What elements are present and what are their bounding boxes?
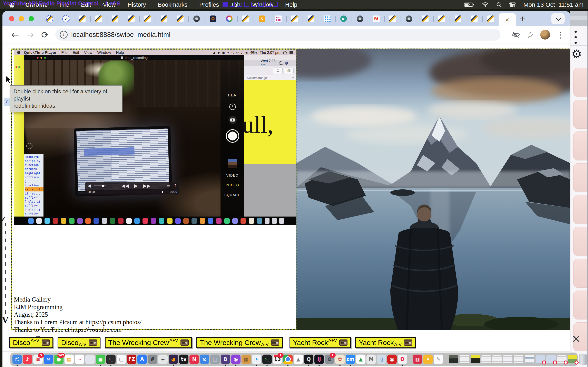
dock-app-icon[interactable]: B (221, 355, 230, 364)
video-player-controls[interactable]: ◀ ◀◀ ▶ ▶▶ ▭ ↥ 00:00 -00:00 (85, 182, 180, 194)
address-bar[interactable]: i localhost:8888/swipe_media.html (55, 29, 501, 41)
close-icon[interactable]: × (572, 333, 580, 345)
dock-app-icon[interactable] (85, 355, 95, 364)
playlist-button-the-wrecking-crew-a+v[interactable]: The Wrecking CrewA+V (105, 337, 192, 348)
tab[interactable] (107, 11, 123, 26)
tab[interactable] (385, 11, 401, 26)
tab[interactable] (221, 11, 237, 26)
pink-card[interactable] (573, 100, 588, 129)
tab[interactable] (303, 11, 319, 26)
playlist-button-disco-a-v[interactable]: DiscoA-V (58, 337, 100, 348)
dock-app-icon[interactable]: N (190, 355, 199, 364)
dock-app-icon[interactable]: IJ (314, 355, 324, 364)
share-button[interactable]: ↥ (273, 67, 283, 74)
dock-app-icon[interactable]: O (398, 355, 407, 364)
menu-item-bookmarks[interactable]: Bookmarks (158, 1, 187, 8)
tab[interactable] (74, 11, 90, 26)
active-tab-close-button[interactable]: × (499, 13, 516, 26)
dock-app-icon[interactable]: # (148, 355, 157, 364)
dock-app-icon[interactable]: A (138, 355, 147, 364)
progress-bar[interactable] (97, 192, 167, 192)
rewind-button[interactable]: ◀◀ (122, 183, 129, 188)
dock-minimized-window[interactable] (568, 355, 578, 364)
tab[interactable] (319, 11, 335, 26)
preview-eye-icon[interactable] (511, 31, 520, 38)
dock-minimized-window[interactable] (546, 355, 556, 364)
close-window-button[interactable] (9, 16, 14, 21)
last-photo-thumbnail[interactable] (221, 159, 244, 168)
flip-camera-icon[interactable] (221, 116, 244, 124)
dock-app-icon[interactable]: ◉ (387, 355, 397, 364)
dock-app-icon[interactable]: ▲ (294, 355, 303, 364)
pink-card[interactable] (573, 259, 588, 288)
tab[interactable] (401, 11, 417, 26)
dock-app-icon[interactable]: ⚙1 (325, 355, 334, 364)
tabs-button[interactable]: ▥ (284, 67, 294, 74)
share-icon[interactable]: ↥ (173, 183, 177, 188)
tab[interactable]: S (254, 11, 270, 26)
tab[interactable]: O (205, 11, 221, 26)
airplay-icon[interactable]: ▭ (167, 183, 171, 188)
playlist-button-the-wrecking-crew-a-v[interactable]: The Wrecking CrewA-V (196, 337, 283, 348)
dock-app-icon[interactable]: ▥ (413, 355, 422, 364)
reload-button[interactable]: ⟳ (41, 30, 49, 40)
dock-app-icon[interactable]: Q (304, 355, 313, 364)
dock-app-icon[interactable]: ●207 (54, 355, 63, 364)
dock-app-icon[interactable]: ✿ (335, 355, 345, 364)
tab[interactable] (156, 11, 172, 26)
tab-search-button[interactable] (551, 13, 565, 24)
dock-app-icon[interactable]: ☺ (12, 355, 22, 364)
forward-button[interactable]: → (26, 30, 34, 40)
dock-app-icon[interactable]: ▲ (356, 355, 365, 364)
dock-minimized-window[interactable] (470, 355, 480, 364)
dock-app-icon[interactable]: ◕ (169, 355, 178, 364)
dock-app-icon[interactable]: ▯ (377, 355, 386, 364)
playlist-button-yacht-rock-a+v[interactable]: Yacht RockA+V (290, 337, 351, 348)
fast-forward-button[interactable]: ▶▶ (143, 183, 150, 188)
dock-app-icon[interactable]: ▦ (242, 355, 251, 364)
dock-app-icon[interactable]: ▤ (65, 355, 74, 364)
dock-minimized-window[interactable] (449, 355, 458, 364)
dock-app-icon[interactable]: ≡3 (33, 355, 43, 364)
minimize-window-button[interactable] (19, 16, 24, 21)
dock-app-icon[interactable]: ›_ (106, 355, 116, 364)
dock-app-icon[interactable]: ~ (75, 355, 84, 364)
tab[interactable]: britbox (270, 11, 286, 26)
dock-app-icon[interactable]: 131 (273, 355, 282, 364)
camera-mode-square[interactable]: SQUARE (224, 193, 241, 197)
dock-app-icon[interactable]: ▣ (96, 355, 105, 364)
new-tab-plus[interactable]: + (292, 76, 294, 80)
playlist-button-yacht-rock-a-v[interactable]: Yacht RockA-V (355, 337, 416, 348)
profile-avatar[interactable] (540, 30, 550, 40)
tab[interactable] (352, 11, 368, 26)
tab[interactable] (434, 11, 450, 26)
dock-app-icon[interactable]: ▢ (210, 355, 220, 364)
pink-card[interactable] (573, 132, 588, 160)
pink-card[interactable] (573, 68, 588, 97)
tab[interactable] (91, 11, 107, 26)
tab[interactable] (189, 11, 205, 26)
control-center-icon[interactable] (509, 2, 516, 7)
address-field[interactable]: tColor='orange'; + (244, 75, 296, 80)
url-text[interactable]: localhost:8888/swipe_media.html (71, 31, 171, 39)
tab[interactable] (417, 11, 433, 26)
volume-icon[interactable]: ◀ (87, 183, 91, 188)
chrome-menu-icon[interactable]: ⋮ (556, 30, 565, 40)
battery-icon[interactable] (464, 2, 474, 7)
dock-app-icon[interactable]: ›_ (262, 355, 272, 364)
trash-icon[interactable] (579, 354, 588, 365)
dock-app-icon[interactable]: ▢ (117, 355, 126, 364)
dock-minimized-window[interactable] (557, 355, 567, 364)
pink-card[interactable] (573, 291, 588, 319)
menu-item-help[interactable]: Help (285, 1, 297, 8)
menu-clock[interactable]: Mon 13 Oct 11:51 am (523, 1, 584, 8)
tab[interactable] (483, 11, 499, 26)
camera-mode-video[interactable]: VIDEO (226, 174, 239, 177)
tab[interactable]: ✓ (58, 11, 74, 26)
dock-minimized-window[interactable] (525, 355, 534, 364)
dock-minimized-window[interactable] (535, 355, 545, 364)
pink-card[interactable] (573, 227, 588, 256)
hdr-label[interactable]: HDR (221, 93, 244, 98)
menu-item-profiles[interactable]: Profiles (199, 1, 219, 8)
bookmark-star-icon[interactable]: ☆ (526, 30, 534, 40)
